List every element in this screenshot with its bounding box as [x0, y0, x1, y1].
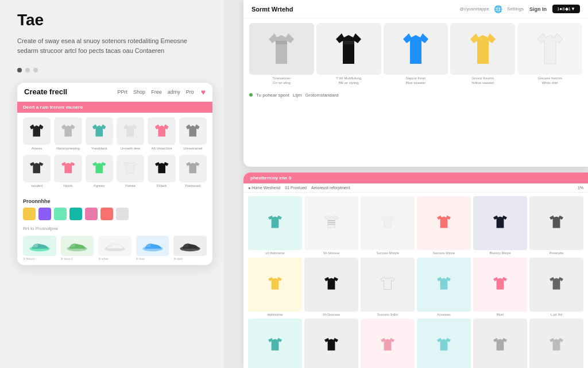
- shoe-item-3[interactable]: 3r white: [98, 236, 131, 260]
- color-swatches: [17, 205, 212, 224]
- product-item-12[interactable]: Ftemused: [179, 155, 207, 189]
- product-grid-top: Arases Hammonteping: [17, 113, 212, 196]
- product-item-2[interactable]: Hammonteping: [54, 117, 82, 151]
- top-product-label-2: T Wr MuhflufungBlk wr styling: [316, 76, 381, 86]
- shoe-item-2[interactable]: 3r toum 2: [61, 236, 94, 260]
- product-row-2: saruled Hpink Fgre: [23, 155, 207, 189]
- swatch-red[interactable]: [100, 208, 113, 220]
- product-item-4[interactable]: Unmeth dete: [117, 117, 144, 151]
- product-item-7[interactable]: saruled: [23, 155, 51, 189]
- bp-item-6[interactable]: Prolanybe: [529, 196, 583, 255]
- shoe-item-1[interactable]: 3r Ntoum: [23, 236, 56, 260]
- product-item-3[interactable]: Yuesblank: [86, 117, 113, 151]
- top-product-1[interactable]: TrnesatonerGrr wr eling: [249, 23, 314, 86]
- bp-item-10[interactable]: Accesses: [417, 258, 471, 317]
- nav-item-5[interactable]: Pro: [186, 89, 194, 95]
- product-item-5[interactable]: A6 Untaicfont: [148, 117, 175, 151]
- nav-meta: @cyusnrtappe 🌐 Settings: [459, 5, 524, 13]
- bp-item-11[interactable]: Bluel: [473, 258, 527, 317]
- shoe-item-5[interactable]: 3r dark: [173, 236, 207, 260]
- nav-item-2[interactable]: Shop: [133, 89, 145, 95]
- bp-item-13[interactable]: Gy 3rd Up: [248, 319, 302, 368]
- bp-name-6: Prolanybe: [529, 251, 583, 255]
- bp-item-18[interactable]: L.uphldclaud: [529, 319, 583, 368]
- bp-item-12[interactable]: L.pd 3rd: [529, 258, 583, 317]
- top-product-3[interactable]: Sapour freanBlue sweater: [384, 23, 448, 86]
- product-name-12: Ftemused: [179, 184, 207, 188]
- top-product-label-3: Sapour freanBlue sweater: [384, 76, 448, 86]
- swatch-purple[interactable]: [38, 208, 51, 220]
- swatch-mint[interactable]: [54, 208, 67, 220]
- swatch-light[interactable]: [116, 208, 129, 220]
- main-title: Tae: [17, 12, 207, 29]
- filter-2[interactable]: 01 Frontued: [285, 186, 307, 190]
- bp-name-9: Success 3rdlm: [361, 313, 415, 317]
- bp-name-12: L.pd 3rd: [529, 313, 583, 317]
- bp-name-8: Sh Doucase: [304, 313, 358, 317]
- bp-item-14[interactable]: 3rd Overounse: [304, 319, 358, 368]
- bp-item-16[interactable]: A3 Bluelnd: [417, 319, 471, 368]
- product-name-2: Hammonteping: [54, 147, 82, 151]
- swatch-yellow[interactable]: [23, 208, 36, 220]
- heart-icon[interactable]: ♥: [201, 87, 206, 97]
- nav-item-1[interactable]: PPrt: [118, 89, 128, 95]
- filter-3[interactable]: Amoreust reforptment: [311, 186, 350, 190]
- swatch-teal[interactable]: [69, 208, 82, 220]
- shoe-name-2: 3r toum 2: [61, 257, 94, 260]
- status-text-3: Grotomstandard: [305, 93, 339, 98]
- bp-item-7[interactable]: tephtictrme: [248, 258, 302, 317]
- bp-item-2[interactable]: Sh Striusue: [304, 196, 358, 255]
- product-name-1: Arases: [23, 147, 51, 151]
- nav-item-4[interactable]: admy: [168, 89, 180, 95]
- product-item-10[interactable]: Fwhite: [117, 155, 144, 189]
- globe-icon[interactable]: 🌐: [494, 5, 502, 13]
- product-name-11: Fblack: [148, 184, 175, 188]
- sign-in-link[interactable]: Sign In: [529, 6, 547, 12]
- join-button[interactable]: 1●8◆1▼: [552, 5, 580, 13]
- bp-item-4[interactable]: Success Wtone: [417, 196, 471, 255]
- bp-item-17[interactable]: Blured ond: [473, 319, 527, 368]
- bp-item-9[interactable]: Success 3rdlm: [361, 258, 415, 317]
- product-item-6[interactable]: Unrestraned: [179, 117, 207, 151]
- dots-indicator: [17, 68, 207, 72]
- product-name-3: Yuesblank: [86, 147, 113, 151]
- bp-name-10: Accesses: [417, 313, 471, 317]
- bp-item-1[interactable]: url thetriceme: [248, 196, 302, 255]
- right-bottom-panel: pheatterniny enn 0 ● Home Weshend 01 Fro…: [243, 172, 588, 368]
- shoe-name-3: 3r white: [98, 257, 131, 260]
- description: Create of sway esea al snuoy sotenors ro…: [17, 36, 207, 56]
- nav-item-3[interactable]: Free: [151, 89, 162, 95]
- product-name-6: Unrestraned: [179, 147, 207, 151]
- top-product-grid: TrnesatonerGrr wr eling T Wr MuhflufungB…: [243, 18, 588, 90]
- right-top-panel: Sormt Wrtehd @cyusnrtappe 🌐 Settings Sig…: [243, 0, 588, 167]
- bp-item-5[interactable]: Bluency Mstyle: [473, 196, 527, 255]
- bp-item-8[interactable]: Sh Doucase: [304, 258, 358, 317]
- store-title: Sormt Wrtehd: [252, 6, 454, 13]
- product-item-8[interactable]: Hpink: [54, 155, 82, 189]
- swatch-pink[interactable]: [85, 208, 98, 220]
- shoes-section-label: Rrt to Protnofpne: [17, 224, 212, 233]
- bp-item-15[interactable]: Accesses 2: [361, 319, 415, 368]
- nav-meta-user: @cyusnrtappe: [459, 6, 489, 12]
- shoes-row: 3r Ntoum 3r toum 2: [17, 236, 212, 265]
- product-name-5: A6 Untaicfont: [148, 147, 175, 151]
- dot-3[interactable]: [33, 68, 38, 72]
- top-product-4[interactable]: Grovur freamnYellow sweater: [450, 23, 515, 86]
- top-product-label-5: Greoure freonmWhite shirt: [517, 76, 582, 86]
- card-mockup: Create frecll PPrt Shop Free admy Pro ♥ …: [17, 83, 212, 265]
- filter-1[interactable]: ● Home Weshend: [248, 186, 280, 190]
- shoe-name-1: 3r Ntoum: [23, 257, 56, 260]
- product-item-1[interactable]: Arases: [23, 117, 51, 151]
- product-item-9[interactable]: Fgreen: [86, 155, 113, 189]
- right-divider-row: Tu pohear spont Ltjrn Grotomstandard: [243, 90, 588, 100]
- bp-name-5: Bluency Mstyle: [473, 251, 527, 255]
- product-item-11[interactable]: Fblack: [148, 155, 175, 189]
- dot-1[interactable]: [17, 68, 22, 72]
- top-product-5[interactable]: Greoure freonmWhite shirt: [517, 23, 582, 86]
- shoe-item-4[interactable]: 3r blue: [136, 236, 169, 260]
- top-product-2[interactable]: T Wr MuhflufungBlk wr styling: [316, 23, 381, 86]
- bp-item-3[interactable]: Success Mlstyle: [361, 196, 415, 255]
- nav-meta-settings[interactable]: Settings: [507, 6, 524, 12]
- left-panel: Tae Create of sway esea al snuoy sotenor…: [0, 0, 224, 368]
- dot-2[interactable]: [25, 68, 30, 72]
